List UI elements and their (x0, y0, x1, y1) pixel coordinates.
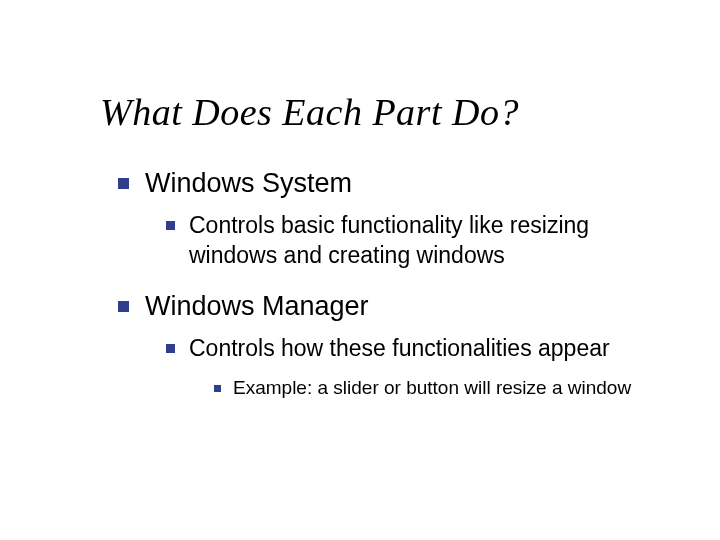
bullet-point: Controls basic functionality like resizi… (166, 211, 660, 271)
slide-title: What Does Each Part Do? (100, 90, 660, 134)
bullet-text: Controls how these functionalities appea… (189, 334, 610, 364)
section-0-heading: Windows System (118, 166, 660, 201)
section-1: Windows Manager Controls how these funct… (118, 289, 660, 401)
slide-content: What Does Each Part Do? Windows System C… (0, 0, 720, 459)
section-0: Windows System Controls basic functional… (118, 166, 660, 271)
square-bullet-icon (118, 178, 129, 189)
square-bullet-icon (214, 385, 221, 392)
section-1-heading: Windows Manager (118, 289, 660, 324)
square-bullet-icon (166, 344, 175, 353)
square-bullet-icon (118, 301, 129, 312)
section-0-points: Controls basic functionality like resizi… (166, 211, 660, 271)
section-1-points: Controls how these functionalities appea… (166, 334, 660, 401)
section-heading-text: Windows Manager (145, 289, 369, 324)
sub-bullet-text: Example: a slider or button will resize … (233, 376, 631, 401)
sub-bullet-point: Example: a slider or button will resize … (214, 376, 660, 401)
bullet-text: Controls basic functionality like resizi… (189, 211, 660, 271)
square-bullet-icon (166, 221, 175, 230)
section-heading-text: Windows System (145, 166, 352, 201)
section-1-subpoints: Example: a slider or button will resize … (214, 376, 660, 401)
bullet-point: Controls how these functionalities appea… (166, 334, 660, 364)
